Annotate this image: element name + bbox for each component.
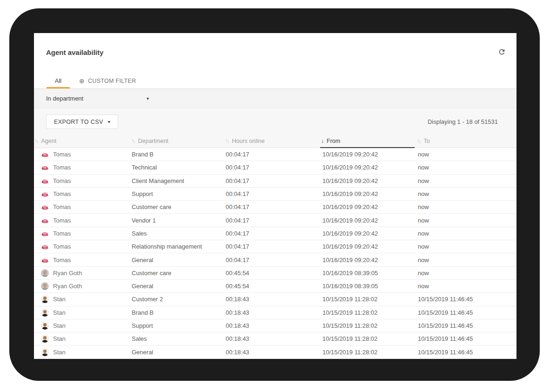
table-row[interactable]: Ryan Goth General 00:45:54 10/16/2019 08… [34, 280, 516, 293]
table-row[interactable]: Tomas Brand B 00:04:17 10/16/2019 09:20:… [34, 148, 516, 161]
agent-cell: Tomas [34, 243, 131, 250]
agent-name: Tomas [53, 257, 71, 264]
photo-dark-avatar [41, 348, 49, 356]
department-cell: General [131, 349, 225, 356]
agent-cell: Tomas [34, 203, 131, 211]
to-cell: 10/15/2019 11:46:45 [416, 322, 516, 329]
agent-cell: Stan [34, 295, 131, 303]
from-cell: 10/15/2019 11:28:02 [320, 322, 416, 329]
table-row[interactable]: Tomas Technical 00:04:17 10/16/2019 09:2… [34, 161, 516, 174]
from-cell: 10/16/2019 08:39:05 [320, 270, 416, 277]
to-cell: 10/15/2019 11:46:45 [416, 349, 516, 356]
table-row[interactable]: Tomas Support 00:04:17 10/16/2019 09:20:… [34, 188, 516, 201]
hours-online-cell: 00:45:54 [225, 270, 320, 277]
from-cell: 10/16/2019 09:20:42 [320, 243, 416, 250]
photo-dark-avatar [41, 295, 49, 303]
hours-online-cell: 00:18:43 [225, 349, 320, 356]
table-row[interactable]: Ryan Goth Customer care 00:45:54 10/16/2… [34, 267, 516, 280]
from-cell: 10/16/2019 09:20:42 [320, 230, 416, 237]
from-cell: 10/16/2019 09:20:42 [320, 217, 416, 224]
department-filter-select[interactable]: In department ▾ [46, 95, 149, 102]
agent-name: Stan [53, 349, 66, 356]
hours-online-cell: 00:04:17 [225, 190, 320, 197]
sort-up-down-icon: ↑↓ [132, 139, 135, 144]
red-cap-avatar [41, 243, 49, 250]
table-row[interactable]: Stan Brand B 00:18:43 10/15/2019 11:28:0… [34, 306, 516, 319]
agent-name: Tomas [53, 217, 71, 224]
table-body: Tomas Brand B 00:04:17 10/16/2019 09:20:… [34, 148, 516, 359]
hours-online-cell: 00:18:43 [225, 322, 320, 329]
agent-name: Stan [53, 296, 66, 303]
table-row[interactable]: Tomas Client Management 00:04:17 10/16/2… [34, 175, 516, 188]
column-header-hours-online[interactable]: ↑↓ Hours online [225, 135, 320, 148]
table-row[interactable]: Stan Support 00:18:43 10/15/2019 11:28:0… [34, 319, 516, 332]
refresh-button[interactable] [497, 47, 506, 56]
agent-cell: Stan [34, 335, 131, 343]
department-cell: Support [131, 190, 225, 197]
tab-all[interactable]: All [47, 74, 70, 88]
to-cell: now [416, 243, 516, 250]
to-cell: 10/15/2019 11:46:45 [416, 335, 516, 342]
page-title: Agent availability [46, 48, 103, 56]
photo-dark-avatar [41, 322, 49, 330]
department-cell: Vendor 1 [131, 217, 225, 224]
column-header-from[interactable]: ↓ From [320, 135, 416, 148]
from-cell: 10/15/2019 11:28:02 [320, 309, 416, 316]
from-cell: 10/16/2019 08:39:05 [320, 283, 416, 290]
table-row[interactable]: Tomas General 00:04:17 10/16/2019 09:20:… [34, 253, 516, 266]
table-row[interactable]: Stan Sales 00:18:43 10/15/2019 11:28:02 … [34, 332, 516, 345]
department-cell: Relationship management [131, 243, 225, 250]
department-cell: Sales [131, 230, 225, 237]
table-row[interactable]: Tomas Relationship management 00:04:17 1… [34, 240, 516, 253]
table-header: ↑↓ Agent ↑↓ Department ↑↓ Hours online ↓… [34, 135, 516, 148]
department-cell: Customer care [131, 203, 225, 210]
table-toolbar: EXPORT TO CSV ▾ Displaying 1 - 18 of 515… [34, 109, 516, 135]
to-cell: now [416, 203, 516, 210]
department-cell: General [131, 257, 225, 264]
export-to-csv-button[interactable]: EXPORT TO CSV ▾ [46, 115, 118, 129]
tab-custom-filter[interactable]: ⊕ CUSTOM FILTER [77, 74, 138, 88]
hours-online-cell: 00:04:17 [225, 257, 320, 264]
table-row[interactable]: Tomas Customer care 00:04:17 10/16/2019 … [34, 201, 516, 214]
agent-name: Ryan Goth [53, 283, 82, 290]
agent-name: Stan [53, 335, 66, 342]
column-header-agent[interactable]: ↑↓ Agent [34, 135, 131, 148]
tab-all-label: All [55, 77, 61, 84]
agent-name: Stan [53, 309, 66, 316]
agent-name: Tomas [53, 151, 71, 158]
table-row[interactable]: Tomas Vendor 1 00:04:17 10/16/2019 09:20… [34, 214, 516, 227]
agent-name: Tomas [53, 230, 71, 237]
column-header-to[interactable]: ↑↓ To [416, 135, 516, 148]
photo-dark-avatar [41, 335, 49, 343]
agent-cell: Tomas [34, 216, 131, 224]
to-cell: now [416, 230, 516, 237]
agent-cell: Tomas [34, 163, 131, 171]
hours-online-cell: 00:18:43 [225, 335, 320, 342]
agent-availability-panel: Agent availability All ⊕ CUSTOM FILTER I… [34, 33, 516, 359]
agent-cell: Stan [34, 322, 131, 330]
agent-name: Stan [53, 322, 66, 329]
agent-name: Tomas [53, 177, 71, 184]
column-header-department[interactable]: ↑↓ Department [131, 135, 225, 148]
table-row[interactable]: Tomas Sales 00:04:17 10/16/2019 09:20:42… [34, 227, 516, 240]
agent-name: Ryan Goth [53, 270, 82, 277]
agent-cell: Tomas [34, 230, 131, 237]
agent-cell: Stan [34, 309, 131, 317]
from-cell: 10/16/2019 09:20:42 [320, 177, 416, 184]
agent-name: Tomas [53, 164, 71, 171]
from-cell: 10/15/2019 11:28:02 [320, 335, 416, 342]
table-row[interactable]: Stan General 00:18:43 10/15/2019 11:28:0… [34, 345, 516, 358]
to-cell: now [416, 151, 516, 158]
hours-online-cell: 00:45:54 [225, 283, 320, 290]
red-cap-avatar [41, 230, 49, 237]
from-cell: 10/16/2019 09:20:42 [320, 190, 416, 197]
arrow-down-icon: ↓ [321, 138, 324, 144]
to-cell: now [416, 164, 516, 171]
agent-cell: Ryan Goth [34, 282, 131, 290]
table-row[interactable]: Stan Customer 2 00:18:43 10/15/2019 11:2… [34, 293, 516, 306]
to-cell: now [416, 270, 516, 277]
agent-name: Tomas [53, 203, 71, 210]
export-to-csv-label: EXPORT TO CSV [54, 119, 103, 125]
agent-cell: Stan [34, 348, 131, 356]
department-cell: Customer care [131, 270, 225, 277]
